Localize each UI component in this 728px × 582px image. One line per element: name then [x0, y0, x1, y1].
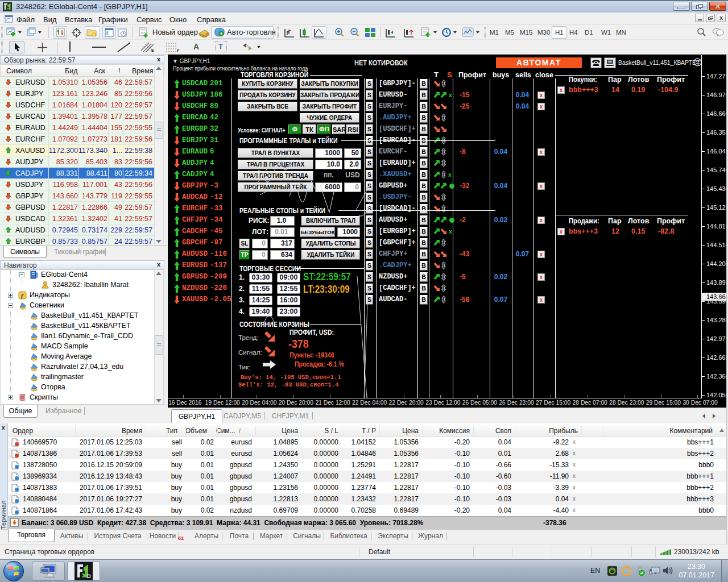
svg-text:F: F [177, 49, 180, 53]
svg-text:E: E [151, 48, 154, 52]
